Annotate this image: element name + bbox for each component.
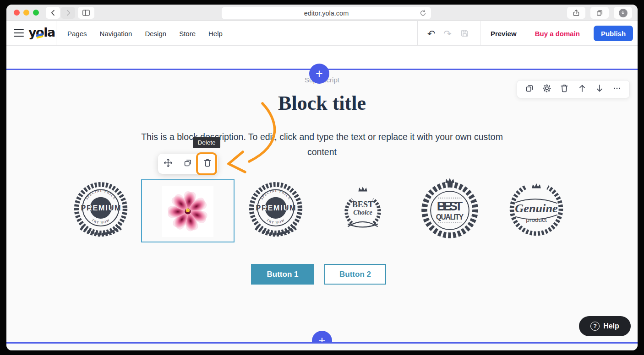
delete-tooltip: Delete xyxy=(193,137,220,148)
badge-best-quality[interactable]: BEST QUALITY xyxy=(413,177,486,246)
delete-block-icon[interactable] xyxy=(559,83,569,95)
move-element-icon[interactable] xyxy=(163,158,173,170)
browser-chrome: editor.yola.com xyxy=(6,5,638,21)
badge-text-genuine: Genuine xyxy=(515,202,558,215)
badge-text-quality: QUALITY xyxy=(436,213,464,221)
toolbar-divider xyxy=(56,21,56,46)
badge-premium-2[interactable]: PREMIUM PREMIUM SPECIAL PRICE TRY NOW xyxy=(241,178,311,244)
add-section-button-top[interactable]: + xyxy=(309,64,329,84)
download-icon xyxy=(619,9,628,17)
menu-item-help[interactable]: Help xyxy=(208,30,223,38)
question-mark-icon: ? xyxy=(590,322,600,331)
address-bar[interactable]: editor.yola.com xyxy=(222,7,431,19)
block-settings-gear-icon[interactable] xyxy=(542,83,552,95)
badge-text-try-now: TRY NOW xyxy=(91,218,110,225)
help-button[interactable]: ? Help xyxy=(579,316,631,336)
page-canvas: + Superscript Block title xyxy=(6,46,638,350)
back-button[interactable] xyxy=(46,7,60,19)
menu-item-design[interactable]: Design xyxy=(145,30,166,38)
undo-icon[interactable]: ↶ xyxy=(423,29,440,38)
share-button[interactable] xyxy=(567,7,585,19)
zoom-window-button[interactable] xyxy=(33,10,39,16)
preview-button[interactable]: Preview xyxy=(491,30,517,38)
toolbar-divider xyxy=(480,21,480,46)
buy-a-domain-button[interactable]: Buy a domain xyxy=(535,30,580,38)
block-description-line1: This is a block description. To edit, cl… xyxy=(6,129,638,145)
annotation-highlight-box xyxy=(196,152,217,175)
publish-button[interactable]: Publish xyxy=(594,26,633,41)
badge-text-best: BEST xyxy=(437,199,463,213)
block-description-line2: content xyxy=(6,145,638,160)
url-text: editor.yola.com xyxy=(304,10,349,17)
badge-text-choice: Choice xyxy=(353,209,372,216)
section-divider-line-bottom xyxy=(6,342,638,344)
more-options-icon[interactable] xyxy=(612,83,622,95)
duplicate-element-icon[interactable] xyxy=(183,158,193,170)
block-description[interactable]: This is a block description. To edit, cl… xyxy=(6,129,638,160)
badge-best-choice[interactable]: BEST Choice xyxy=(341,184,385,236)
move-block-up-icon[interactable] xyxy=(577,83,587,95)
svg-text:TRY NOW: TRY NOW xyxy=(266,218,285,225)
pink-hibiscus-flower-image xyxy=(162,186,213,237)
forward-button[interactable] xyxy=(61,7,75,19)
badge-genuine-product[interactable]: Genuine product xyxy=(502,179,571,243)
yola-logo[interactable]: yola xyxy=(28,25,59,39)
selected-image-element[interactable] xyxy=(141,179,235,242)
content-button-1[interactable]: Button 1 xyxy=(251,264,314,285)
block-toolbar xyxy=(517,80,630,98)
save-icon[interactable] xyxy=(456,27,474,39)
move-block-down-icon[interactable] xyxy=(595,83,605,95)
content-button-2[interactable]: Button 2 xyxy=(324,264,386,285)
editor-menu: Pages Navigation Design Store Help xyxy=(67,21,223,46)
menu-item-store[interactable]: Store xyxy=(179,30,196,38)
toolbar-divider xyxy=(417,21,418,46)
reload-icon[interactable] xyxy=(419,9,427,18)
duplicate-block-icon[interactable] xyxy=(524,83,535,95)
downloads-button[interactable] xyxy=(614,7,632,19)
redo-icon[interactable]: ↷ xyxy=(439,29,456,38)
add-section-button-bottom[interactable]: + xyxy=(312,331,332,342)
badge-premium-1[interactable]: PREMIUM PREMIUM SPECIAL PRICE TRY NOW xyxy=(66,178,136,244)
editor-toolbar: yola Pages Navigation Design Store Help … xyxy=(6,21,638,46)
close-window-button[interactable] xyxy=(14,10,20,16)
help-button-label: Help xyxy=(603,322,619,330)
badge-text-try-now: TRY NOW xyxy=(266,218,285,225)
browser-window: editor.yola.com yola xyxy=(6,5,638,350)
minimize-window-button[interactable] xyxy=(23,10,29,16)
traffic-lights xyxy=(14,10,39,16)
hamburger-menu-icon[interactable] xyxy=(14,29,24,37)
badge-text-product: product xyxy=(526,216,547,223)
sidebar-toggle-button[interactable] xyxy=(78,7,94,19)
menu-item-navigation[interactable]: Navigation xyxy=(100,30,132,38)
menu-item-pages[interactable]: Pages xyxy=(67,30,87,38)
add-section-bottom-area: + xyxy=(299,320,345,342)
badge-text-best: BEST xyxy=(352,200,374,209)
tabs-overview-button[interactable] xyxy=(590,7,609,19)
svg-text:TRY NOW: TRY NOW xyxy=(91,218,110,225)
